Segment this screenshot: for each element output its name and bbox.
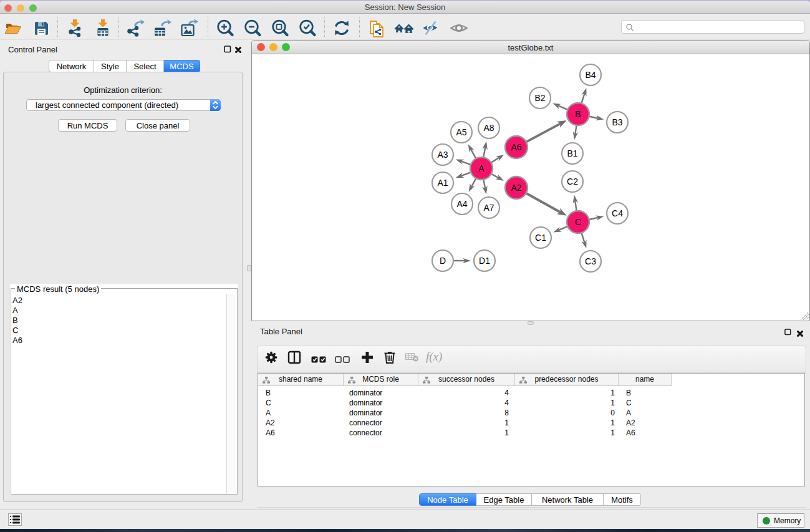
svg-text:B: B <box>575 109 581 119</box>
svg-text:A4: A4 <box>456 199 467 209</box>
svg-text:C3: C3 <box>585 256 596 266</box>
svg-text:A: A <box>478 163 485 173</box>
svg-text:A6: A6 <box>511 142 521 152</box>
svg-text:B2: B2 <box>534 93 545 103</box>
svg-text:A8: A8 <box>483 123 494 133</box>
svg-text:A1: A1 <box>437 178 448 188</box>
svg-text:B4: B4 <box>585 70 595 80</box>
svg-text:B1: B1 <box>567 148 577 158</box>
svg-text:C2: C2 <box>567 177 578 186</box>
svg-text:A2: A2 <box>511 183 521 193</box>
svg-text:A7: A7 <box>483 203 494 213</box>
svg-text:D: D <box>440 256 446 266</box>
svg-text:A5: A5 <box>456 127 466 137</box>
svg-text:C: C <box>575 217 581 227</box>
svg-text:D1: D1 <box>479 256 490 266</box>
svg-text:B3: B3 <box>612 117 622 127</box>
svg-text:C1: C1 <box>535 233 546 243</box>
svg-text:A3: A3 <box>437 150 448 160</box>
svg-text:C4: C4 <box>612 208 623 218</box>
